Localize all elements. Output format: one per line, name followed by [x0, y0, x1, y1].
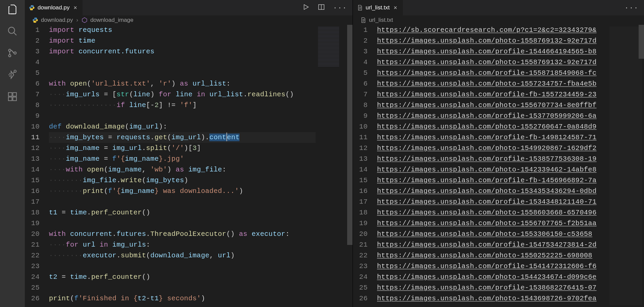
code-line[interactable]: https://images.unsplash.com/profile-1558…	[377, 68, 644, 79]
url-text[interactable]: https://images.unsplash.com/profile-1537…	[377, 112, 597, 120]
code-line[interactable]	[49, 111, 353, 121]
url-text[interactable]: https://images.unsplash.com/profile-1538…	[377, 155, 597, 163]
code-line[interactable]: https://images.unsplash.com/photo-155876…	[377, 57, 644, 68]
url-text[interactable]: https://images.unsplash.com/photo-155025…	[377, 252, 592, 259]
code-content-left[interactable]: import requestsimport timeimport concurr…	[49, 25, 353, 307]
code-line[interactable]: https://images.unsplash.com/photo-154423…	[377, 272, 644, 283]
url-text[interactable]: https://images.unsplash.com/photo-155670…	[377, 101, 597, 109]
more-icon[interactable]: ···	[333, 4, 347, 12]
source-control-icon[interactable]	[7, 48, 18, 60]
code-line[interactable]: ····img_bytes = requests.get(img_url).co…	[49, 132, 353, 143]
code-line[interactable]: https://images.unsplash.com/profile-1538…	[377, 154, 644, 164]
code-line[interactable]: ········print(f'{img_name} was downloade…	[49, 186, 353, 197]
debug-icon[interactable]	[7, 69, 18, 82]
url-text[interactable]: https://images.unsplash.com/photo-153435…	[377, 187, 597, 195]
code-line[interactable]: https://images.unsplash.com/photo-155670…	[377, 100, 644, 111]
url-text[interactable]: https://images.unsplash.com/profile-fb-1…	[377, 134, 597, 141]
url-text[interactable]: https://images.unsplash.com/photo-154992…	[377, 144, 597, 152]
code-line[interactable]: ····img_name = img_url.split('/')[3]	[49, 143, 353, 154]
code-line[interactable]: https://images.unsplash.com/photo-155025…	[377, 250, 644, 261]
line-number: 15	[25, 175, 49, 186]
code-line[interactable]: ····img_urls = [str(line) for line in ur…	[49, 89, 353, 100]
code-line[interactable]: import concurrent.futures	[49, 46, 353, 57]
code-line[interactable]: https://images.unsplash.com/photo-155876…	[377, 36, 644, 46]
code-line[interactable]: https://images.unsplash.com/profile-fb-1…	[377, 132, 644, 143]
code-line[interactable]: https://sb.scorecardresearch.com/p?c1=2&…	[377, 25, 644, 36]
files-icon[interactable]	[7, 4, 18, 16]
tab-download-py[interactable]: download.py ×	[25, 0, 83, 15]
url-text[interactable]: https://images.unsplash.com/photo-155860…	[377, 209, 597, 216]
url-text[interactable]: https://images.unsplash.com/profile-1544…	[377, 48, 597, 55]
code-line[interactable]: https://images.unsplash.com/photo-154369…	[377, 293, 644, 304]
url-text[interactable]: https://images.unsplash.com/photo-154423…	[377, 273, 597, 281]
code-line[interactable]: with open('url_list.txt', 'r') as url_li…	[49, 79, 353, 89]
code-line[interactable]	[49, 68, 353, 79]
code-line[interactable]	[49, 218, 353, 229]
code-line[interactable]: https://images.unsplash.com/photo-153435…	[377, 186, 644, 197]
run-icon[interactable]	[302, 3, 310, 12]
code-area-right[interactable]: 1234567891011121314151617181920212223242…	[353, 25, 644, 307]
code-line[interactable]	[49, 261, 353, 272]
url-text[interactable]: https://images.unsplash.com/profile-1547…	[377, 241, 597, 249]
code-line[interactable]: https://images.unsplash.com/photo-155670…	[377, 218, 644, 229]
code-line[interactable]: import requests	[49, 25, 353, 36]
code-line[interactable]: https://images.unsplash.com/photo-155276…	[377, 121, 644, 132]
url-text[interactable]: https://images.unsplash.com/photo-155670…	[377, 219, 597, 227]
code-line[interactable]: https://images.unsplash.com/profile-1541…	[377, 261, 644, 272]
code-line[interactable]: https://images.unsplash.com/profile-1538…	[377, 283, 644, 293]
url-text[interactable]: https://images.unsplash.com/photo-155276…	[377, 123, 597, 131]
code-line[interactable]: ········img_file.write(img_bytes)	[49, 175, 353, 186]
url-text[interactable]: https://images.unsplash.com/profile-1534…	[377, 198, 597, 206]
more-icon[interactable]: ···	[625, 4, 639, 12]
code-line[interactable]: t1 = time.perf_counter()	[49, 207, 353, 218]
code-line[interactable]: ····for url in img_urls:	[49, 240, 353, 250]
url-text[interactable]: https://images.unsplash.com/photo-154233…	[377, 166, 597, 173]
code-line[interactable]: https://images.unsplash.com/photo-154992…	[377, 143, 644, 154]
code-line[interactable]: https://images.unsplash.com/profile-fb-1…	[377, 175, 644, 186]
url-text[interactable]: https://sb.scorecardresearch.com/p?c1=2&…	[377, 26, 597, 34]
code-line[interactable]	[49, 197, 353, 207]
breadcrumb-right[interactable]: url_list.txt	[353, 15, 644, 25]
code-line[interactable]: https://images.unsplash.com/profile-1534…	[377, 197, 644, 207]
scrollbar-right[interactable]	[639, 25, 644, 307]
code-line[interactable]: https://images.unsplash.com/photo-155860…	[377, 207, 644, 218]
code-line[interactable]	[49, 57, 353, 68]
extensions-icon[interactable]	[7, 91, 18, 104]
url-text[interactable]: https://images.unsplash.com/profile-fb-1…	[377, 176, 597, 184]
code-line[interactable]: ····img_name = f'{img_name}.jpg'	[49, 154, 353, 164]
code-line[interactable]: ········executor.submit(download_image, …	[49, 250, 353, 261]
code-line[interactable]: with concurrent.futures.ThreadPoolExecut…	[49, 229, 353, 240]
code-line[interactable]: ····with open(img_name, 'wb') as img_fil…	[49, 164, 353, 175]
split-editor-icon[interactable]	[318, 3, 325, 12]
code-line[interactable]: ················if line[-2] != 'f']	[49, 100, 353, 111]
code-area-left[interactable]: 1234567891011121314151617181920212223242…	[25, 25, 353, 307]
code-line[interactable]: print(f'Finished in {t2-t1} seconds')	[49, 293, 353, 304]
url-text[interactable]: https://images.unsplash.com/profile-1541…	[377, 262, 597, 270]
breadcrumb-left[interactable]: download.py › download_image	[25, 15, 353, 25]
url-text[interactable]: https://images.unsplash.com/profile-fb-1…	[377, 91, 597, 98]
url-text[interactable]: https://images.unsplash.com/photo-155330…	[377, 230, 592, 238]
code-line[interactable]: def download_image(img_url):	[49, 121, 353, 132]
url-text[interactable]: https://images.unsplash.com/photo-155723…	[377, 80, 597, 88]
code-content-right[interactable]: https://sb.scorecardresearch.com/p?c1=2&…	[377, 25, 644, 307]
code-line[interactable]: https://images.unsplash.com/profile-1547…	[377, 240, 644, 250]
url-text[interactable]: https://images.unsplash.com/photo-155876…	[377, 37, 597, 45]
code-line[interactable]: t2 = time.perf_counter()	[49, 272, 353, 283]
scrollbar-left[interactable]	[347, 25, 353, 307]
code-line[interactable]	[49, 283, 353, 293]
code-line[interactable]: https://images.unsplash.com/photo-155330…	[377, 229, 644, 240]
code-line[interactable]: https://images.unsplash.com/profile-fb-1…	[377, 89, 644, 100]
code-line[interactable]: https://images.unsplash.com/photo-155723…	[377, 79, 644, 89]
code-line[interactable]: import time	[49, 36, 353, 46]
code-line[interactable]: https://images.unsplash.com/profile-1544…	[377, 46, 644, 57]
url-text[interactable]: https://images.unsplash.com/profile-1538…	[377, 284, 597, 292]
search-icon[interactable]	[7, 26, 18, 38]
url-text[interactable]: https://images.unsplash.com/photo-155876…	[377, 58, 597, 66]
url-text[interactable]: https://images.unsplash.com/photo-154369…	[377, 295, 597, 302]
url-text[interactable]: https://images.unsplash.com/profile-1558…	[377, 69, 597, 77]
close-icon[interactable]: ×	[72, 4, 78, 11]
code-line[interactable]: https://images.unsplash.com/photo-154233…	[377, 164, 644, 175]
close-icon[interactable]: ×	[392, 4, 398, 11]
tab-url-list-txt[interactable]: url_list.txt ×	[353, 0, 403, 15]
code-line[interactable]: https://images.unsplash.com/profile-1537…	[377, 111, 644, 121]
